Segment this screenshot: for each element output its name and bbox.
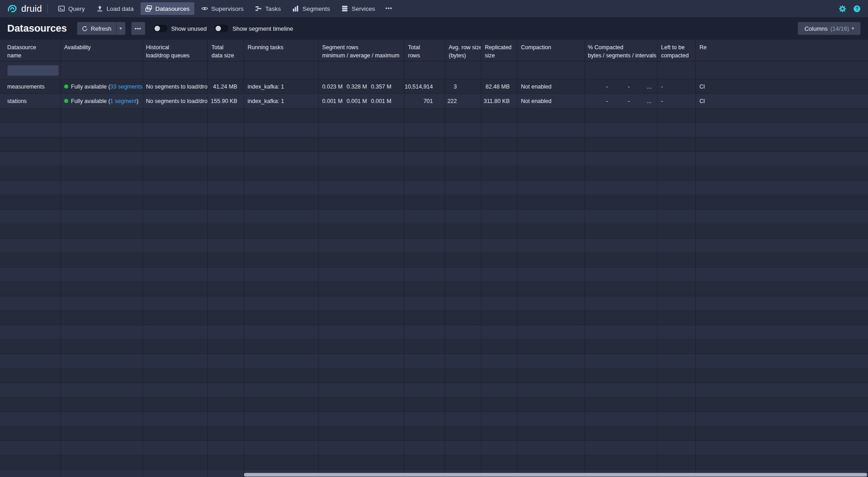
empty-cell bbox=[319, 253, 404, 267]
filter-cell bbox=[244, 61, 319, 79]
show-unused-toggle[interactable]: Show unused bbox=[154, 25, 207, 32]
empty-cell bbox=[445, 123, 481, 137]
column-header-left-to-be-compacted[interactable]: Left to becompacted bbox=[657, 40, 696, 61]
column-header-availability[interactable]: Availability bbox=[61, 40, 143, 61]
segments-link[interactable]: 33 segments bbox=[110, 84, 143, 90]
empty-cell bbox=[585, 108, 657, 122]
empty-cell bbox=[657, 369, 696, 383]
columns-dropdown-button[interactable]: Columns (14/16) ▾ bbox=[798, 22, 861, 35]
empty-cell bbox=[517, 166, 585, 180]
left-to-compact-cell: - bbox=[657, 80, 696, 94]
empty-cell bbox=[208, 238, 244, 253]
empty-cell bbox=[143, 383, 208, 397]
nav-item-load-data[interactable]: Load data bbox=[92, 2, 138, 15]
empty-cell bbox=[244, 354, 319, 368]
nav-item-supervisors[interactable]: Supervisors bbox=[197, 2, 248, 15]
empty-cell bbox=[696, 340, 868, 354]
nav-item-segments[interactable]: Segments bbox=[287, 2, 334, 15]
nav-more-button[interactable]: ••• bbox=[382, 3, 396, 14]
empty-cell bbox=[696, 426, 868, 440]
empty-cell bbox=[319, 398, 404, 412]
empty-cell bbox=[481, 181, 517, 195]
pct-compacted-cell: --... bbox=[585, 80, 657, 94]
segments-link[interactable]: 1 segment bbox=[110, 98, 136, 104]
empty-cell bbox=[404, 325, 445, 339]
column-header-pct-compacted[interactable]: % Compactedbytes / segments / intervals bbox=[585, 40, 657, 61]
empty-cell bbox=[585, 340, 657, 354]
refresh-dropdown-button[interactable]: ▾ bbox=[116, 22, 125, 35]
empty-cell bbox=[445, 210, 481, 224]
empty-row bbox=[0, 195, 868, 210]
empty-cell bbox=[61, 296, 143, 310]
nav-item-tasks[interactable]: Tasks bbox=[250, 2, 286, 15]
filter-cell bbox=[61, 61, 143, 79]
horizontal-scrollbar-thumb[interactable] bbox=[244, 473, 867, 477]
toggle-switch[interactable] bbox=[215, 25, 228, 32]
column-header-running-tasks[interactable]: Running tasks bbox=[244, 40, 319, 61]
filter-cell bbox=[319, 61, 404, 79]
empty-cell bbox=[143, 354, 208, 368]
nav-item-query[interactable]: Query bbox=[53, 2, 89, 15]
show-segment-timeline-toggle[interactable]: Show segment timeline bbox=[215, 25, 293, 32]
empty-cell bbox=[657, 210, 696, 224]
empty-cell bbox=[445, 282, 481, 296]
settings-gear-button[interactable] bbox=[839, 5, 846, 13]
refresh-button[interactable]: Refresh bbox=[77, 22, 116, 35]
refresh-label: Refresh bbox=[91, 25, 112, 32]
empty-cell bbox=[445, 238, 481, 253]
empty-cell bbox=[445, 412, 481, 426]
empty-row bbox=[0, 152, 868, 166]
empty-cell bbox=[481, 296, 517, 310]
empty-cell bbox=[445, 340, 481, 354]
table-row-stations[interactable]: stations Fully available (1 segment) No … bbox=[0, 94, 868, 108]
table-row-measurements[interactable]: measurements Fully available (33 segment… bbox=[0, 80, 868, 94]
column-header-total-rows[interactable]: Totalrows bbox=[404, 40, 445, 61]
empty-cell bbox=[244, 152, 319, 166]
column-header-segment-rows[interactable]: Segment rowsminimum / average / maximum bbox=[319, 40, 404, 61]
empty-cell bbox=[143, 369, 208, 383]
table-body: measurements Fully available (33 segment… bbox=[0, 80, 868, 477]
horizontal-scrollbar[interactable] bbox=[0, 472, 868, 477]
empty-cell bbox=[319, 296, 404, 310]
empty-cell bbox=[657, 166, 696, 180]
empty-cell bbox=[657, 311, 696, 325]
datasource-name-filter-input[interactable] bbox=[7, 65, 59, 76]
column-header-avg-row-size[interactable]: Avg. row size(bytes) bbox=[445, 40, 481, 61]
supervisors-icon bbox=[201, 5, 208, 12]
empty-cell bbox=[0, 340, 61, 354]
columns-label: Columns bbox=[804, 25, 827, 32]
column-header-replicated-size[interactable]: Replicatedsize bbox=[481, 40, 517, 61]
empty-cell bbox=[404, 123, 445, 137]
column-header-retention[interactable]: Re bbox=[696, 40, 868, 61]
column-header-datasource-name[interactable]: Datasourcename bbox=[0, 40, 61, 61]
column-header-total-data-size[interactable]: Totaldata size bbox=[208, 40, 244, 61]
toggle-switch[interactable] bbox=[154, 25, 167, 32]
empty-cell bbox=[481, 340, 517, 354]
empty-cell bbox=[657, 455, 696, 469]
empty-cell bbox=[517, 195, 585, 209]
empty-cell bbox=[404, 152, 445, 166]
empty-cell bbox=[517, 398, 585, 412]
empty-cell bbox=[517, 123, 585, 137]
nav-item-services[interactable]: Services bbox=[337, 2, 380, 15]
nav-item-datasources[interactable]: Datasources bbox=[141, 2, 194, 15]
empty-cell bbox=[208, 455, 244, 469]
help-button[interactable]: ? bbox=[853, 5, 861, 13]
empty-cell bbox=[208, 166, 244, 180]
status-dot bbox=[64, 84, 68, 89]
empty-cell bbox=[319, 267, 404, 281]
empty-cell bbox=[143, 224, 208, 238]
empty-row bbox=[0, 325, 868, 340]
more-actions-button[interactable]: ••• bbox=[131, 22, 145, 35]
column-header-compaction[interactable]: Compaction bbox=[517, 40, 585, 61]
empty-cell bbox=[696, 137, 868, 151]
column-header-load-drop-queues[interactable]: Historicalload/drop queues bbox=[143, 40, 208, 61]
empty-cell bbox=[517, 426, 585, 440]
filter-cell bbox=[585, 61, 657, 79]
empty-cell bbox=[517, 296, 585, 310]
refresh-icon bbox=[82, 26, 88, 32]
empty-row bbox=[0, 296, 868, 311]
load-data-icon bbox=[96, 5, 103, 12]
druid-logo[interactable]: druid bbox=[6, 3, 42, 14]
empty-cell bbox=[585, 455, 657, 469]
